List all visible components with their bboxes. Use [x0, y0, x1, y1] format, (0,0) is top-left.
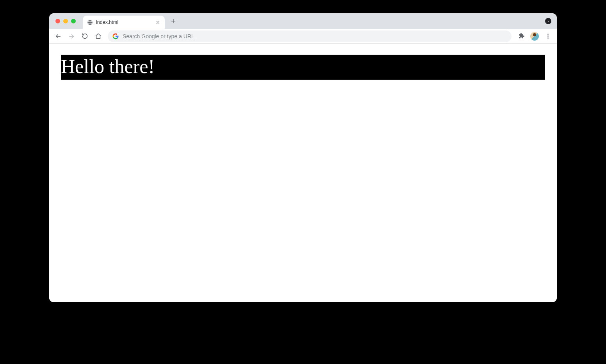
reload-button[interactable]: [79, 30, 91, 42]
tab-active[interactable]: index.html: [83, 16, 165, 29]
svg-point-3: [547, 37, 549, 39]
tab-strip: index.html: [49, 13, 557, 29]
page-heading: Hello there!: [61, 55, 545, 80]
chrome-menu-button[interactable]: [542, 30, 554, 42]
window-controls: [55, 19, 76, 23]
profile-button[interactable]: [529, 30, 540, 42]
svg-point-1: [547, 34, 549, 35]
address-bar[interactable]: Search Google or type a URL: [108, 30, 512, 42]
window-maximize-button[interactable]: [71, 19, 76, 23]
window-close-button[interactable]: [55, 19, 60, 23]
avatar-icon: [530, 32, 539, 41]
globe-icon: [87, 19, 93, 25]
svg-point-2: [547, 36, 549, 37]
tab-strip-right: [545, 18, 553, 24]
home-button[interactable]: [92, 30, 104, 42]
window-minimize-button[interactable]: [63, 19, 68, 23]
address-bar-placeholder: Search Google or type a URL: [123, 33, 194, 39]
browser-window: index.html: [49, 13, 557, 302]
google-icon: [112, 33, 119, 39]
tab-close-button[interactable]: [155, 19, 161, 25]
tab-search-button[interactable]: [545, 18, 551, 24]
new-tab-button[interactable]: [168, 16, 179, 27]
forward-button[interactable]: [66, 30, 77, 42]
tab-title: index.html: [96, 20, 152, 25]
back-button[interactable]: [52, 30, 64, 42]
extensions-button[interactable]: [515, 30, 527, 42]
page-viewport: Hello there!: [49, 44, 557, 302]
toolbar: Search Google or type a URL: [49, 29, 557, 44]
